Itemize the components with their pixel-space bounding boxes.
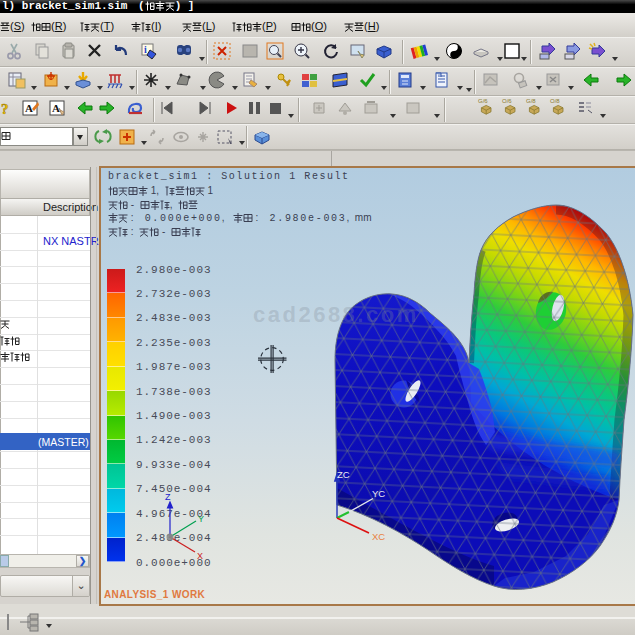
svg-text:ZC: ZC [337,469,350,480]
svg-text:YC: YC [372,488,385,499]
svg-text:XC: XC [372,531,385,542]
